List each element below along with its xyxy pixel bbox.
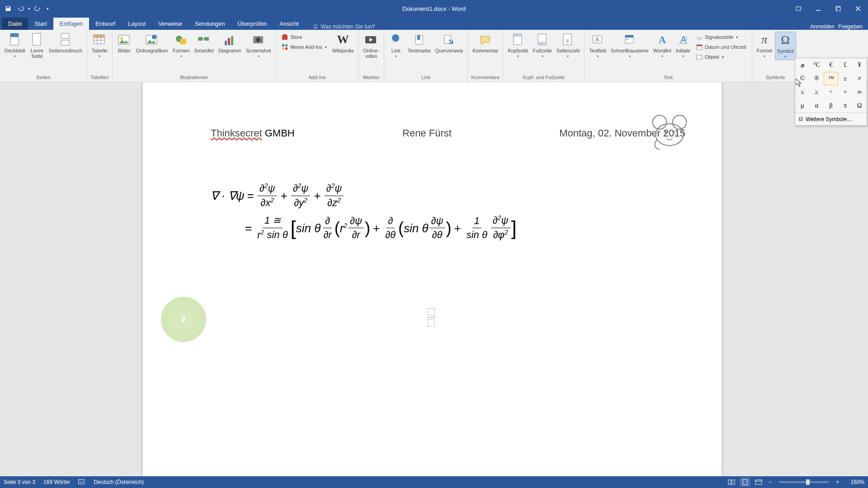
symbol-cell[interactable]: ÷	[824, 85, 838, 99]
redo-button[interactable]	[32, 3, 43, 14]
symbol-cell[interactable]: ®	[810, 72, 824, 85]
textbox-button[interactable]: ATextfeld▾	[587, 32, 608, 59]
shapes-button[interactable]: Formen▾	[171, 32, 192, 59]
tell-me-search[interactable]: Was möchten Sie tun?	[312, 23, 375, 30]
undo-dropdown-icon[interactable]: ▾	[28, 6, 30, 11]
smartart-icon	[197, 33, 211, 46]
tab-design[interactable]: Entwurf	[89, 18, 122, 30]
equation-button[interactable]: πFormel▾	[755, 32, 774, 59]
screenshot-button[interactable]: Screenshot▾	[244, 32, 273, 59]
online-pictures-button[interactable]: Onlinegrafiken	[134, 32, 170, 54]
cover-page-button[interactable]: Deckblatt▾	[3, 32, 27, 59]
header-button[interactable]: Kopfzeile▾	[506, 32, 530, 59]
svg-point-60	[664, 131, 667, 134]
save-button[interactable]	[3, 3, 14, 14]
my-addins-button[interactable]: Meine Add-Ins▾	[279, 42, 328, 52]
symbol-cell[interactable]: ≥	[810, 85, 824, 99]
symbol-button[interactable]: ΩSymbol▾	[775, 32, 796, 60]
status-spellcheck-icon[interactable]	[78, 479, 85, 486]
qat-customize-icon[interactable]: ▾	[47, 6, 49, 11]
blank-page-button[interactable]: Leere Seite	[28, 32, 46, 60]
zoom-slider[interactable]	[779, 481, 829, 483]
document-area[interactable]: Thinksecret GMBH Rene Fürst Montag, 02. …	[0, 82, 868, 476]
view-print-button[interactable]	[740, 478, 750, 487]
page-break-button[interactable]: Seitenumbruch	[47, 32, 84, 54]
online-video-button[interactable]: Online- video	[361, 32, 381, 60]
symbol-cell[interactable]: ≤	[795, 85, 810, 99]
symbol-cell[interactable]: £	[838, 58, 853, 72]
tab-layout[interactable]: Layout	[122, 18, 152, 30]
link-button[interactable]: Link▾	[387, 32, 405, 59]
symbol-cell[interactable]: µ	[795, 99, 810, 113]
symbol-cell-hovered[interactable]: ™	[824, 72, 838, 85]
tab-references[interactable]: Verweise	[152, 18, 189, 30]
online-pictures-icon	[145, 33, 159, 46]
symbol-cell[interactable]: ±	[838, 72, 853, 85]
object-button[interactable]: Objekt▾	[694, 52, 748, 61]
symbol-cell[interactable]: ⌀	[795, 58, 810, 72]
close-button[interactable]	[848, 2, 868, 15]
undo-icon	[18, 5, 24, 12]
share-button[interactable]: Freigeben	[838, 23, 863, 30]
symbol-cell[interactable]: °C	[810, 58, 824, 72]
more-symbols-button[interactable]: Ω Weitere Symbole…	[795, 113, 867, 125]
quickparts-button[interactable]: Schnellbausteine▾	[609, 32, 651, 59]
symbol-cell[interactable]: ≠	[852, 72, 867, 85]
zoom-thumb[interactable]	[806, 479, 810, 485]
symbol-cell[interactable]: β	[824, 99, 838, 113]
minimize-button[interactable]	[808, 2, 828, 15]
tab-view[interactable]: Ansicht	[274, 18, 306, 30]
blank-page-icon	[31, 33, 43, 47]
tab-review[interactable]: Überprüfen	[231, 18, 274, 30]
view-read-button[interactable]	[726, 478, 737, 487]
zoom-in-button[interactable]: +	[834, 479, 841, 485]
symbol-grid: ⌀ °C € £ ¥ © ® ™ ± ≠ ≤ ≥ ÷ × ∞ µ α β π Ω	[795, 58, 867, 113]
symbol-cell[interactable]: ©	[795, 72, 810, 85]
tab-file[interactable]: Datei	[2, 18, 28, 30]
symbol-cell[interactable]: π	[838, 99, 853, 113]
comment-button[interactable]: Kommentar	[471, 32, 500, 54]
maximize-button[interactable]	[828, 2, 848, 15]
signature-icon	[696, 33, 703, 41]
status-page[interactable]: Seite 3 von 3	[4, 479, 35, 485]
view-web-button[interactable]	[753, 478, 764, 487]
symbol-cell[interactable]: ¥	[852, 58, 867, 72]
undo-button[interactable]	[15, 3, 26, 14]
signin-link[interactable]: Anmelden	[810, 23, 835, 30]
tab-insert[interactable]: Einfügen	[53, 18, 89, 30]
group-tables: Tabelle▾ Tabellen	[87, 30, 113, 82]
status-wordcount[interactable]: 169 Wörter	[43, 479, 70, 485]
footer-button[interactable]: Fußzeile▾	[531, 32, 553, 59]
symbol-cell[interactable]: Ω	[852, 99, 867, 113]
store-button[interactable]: Store	[279, 33, 328, 42]
symbol-cell[interactable]: €	[824, 58, 838, 72]
zoom-out-button[interactable]: −	[767, 479, 774, 485]
datetime-button[interactable]: Datum und Uhrzeit	[694, 42, 748, 52]
symbol-cell[interactable]: ∞	[852, 85, 867, 99]
symbol-cell[interactable]: ×	[838, 85, 853, 99]
document-page[interactable]: Thinksecret GMBH Rene Fürst Montag, 02. …	[143, 82, 722, 476]
tab-start[interactable]: Start	[28, 18, 53, 30]
chart-button[interactable]: Diagramm	[217, 32, 243, 54]
pictures-button[interactable]: Bilder	[115, 32, 133, 54]
dropcap-button[interactable]: AInitiale▾	[674, 32, 692, 59]
save-icon	[5, 5, 11, 12]
quick-access-toolbar: ▾ ▾	[0, 3, 49, 14]
tab-mailings[interactable]: Sendungen	[189, 18, 231, 30]
equation-placeholder[interactable]	[428, 308, 435, 327]
symbol-cell[interactable]: α	[810, 99, 824, 113]
svg-point-19	[120, 37, 123, 40]
ribbon-display-button[interactable]	[788, 2, 808, 15]
bookmark-button[interactable]: Textmarke	[406, 32, 433, 54]
table-button[interactable]: Tabelle▾	[90, 32, 109, 59]
svg-text:A: A	[595, 36, 599, 43]
signature-line-button[interactable]: Signaturzeile▾	[694, 33, 748, 42]
crossref-button[interactable]: Querverweis	[434, 32, 465, 54]
wordart-button[interactable]: AWordArt▾	[651, 32, 673, 59]
smartart-button[interactable]: SmartArt	[193, 32, 216, 54]
zoom-level[interactable]: 160%	[844, 479, 864, 485]
equation-block[interactable]: ∇ · ∇ψ= ∂2ψ∂x2 + ∂2ψ∂y2 + ∂2ψ∂z2 = 1 ≅r2…	[211, 182, 517, 246]
status-language[interactable]: Deutsch (Österreich)	[94, 479, 144, 485]
wikipedia-button[interactable]: WWikipedia	[330, 32, 356, 54]
pagenum-button[interactable]: #Seitenzahl▾	[555, 32, 581, 59]
